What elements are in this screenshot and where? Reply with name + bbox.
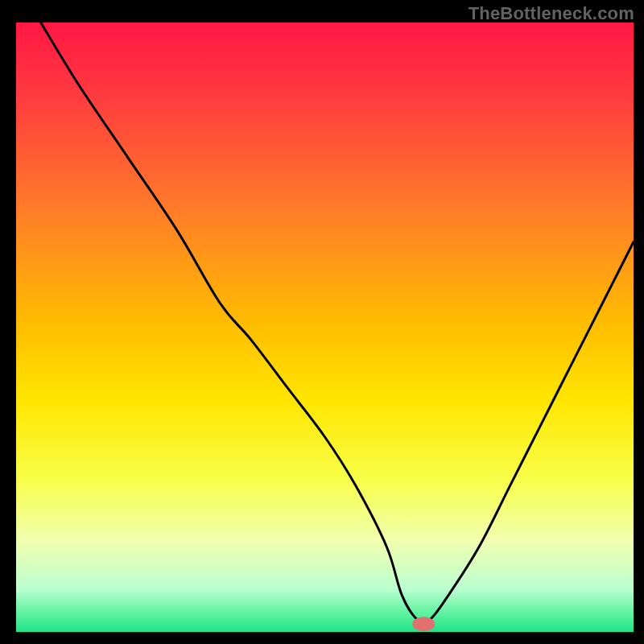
optimal-marker [412, 617, 435, 631]
bottleneck-chart [0, 0, 644, 644]
gradient-background [16, 23, 634, 632]
watermark-label: TheBottleneck.com [469, 3, 634, 24]
chart-frame: TheBottleneck.com [0, 0, 644, 644]
